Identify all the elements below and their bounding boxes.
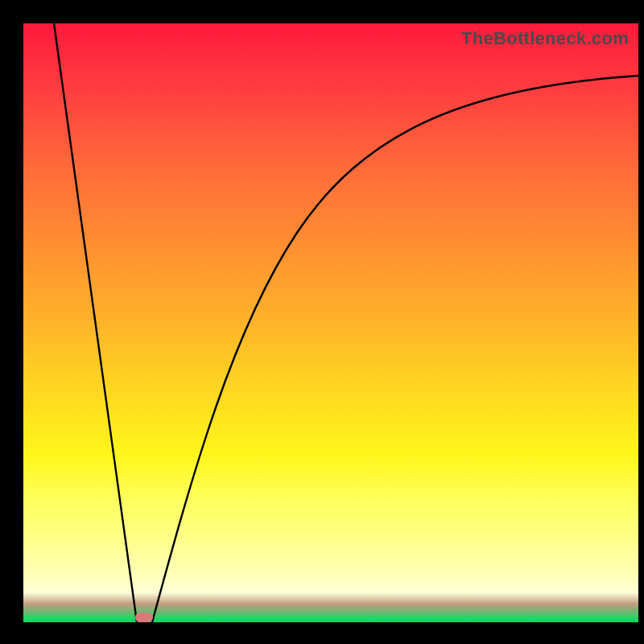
bottleneck-marker <box>135 613 153 622</box>
curve-path <box>54 23 638 622</box>
curve-svg <box>23 23 638 622</box>
plot-area: TheBottleneck.com <box>23 23 638 622</box>
chart-frame: TheBottleneck.com <box>0 0 644 644</box>
